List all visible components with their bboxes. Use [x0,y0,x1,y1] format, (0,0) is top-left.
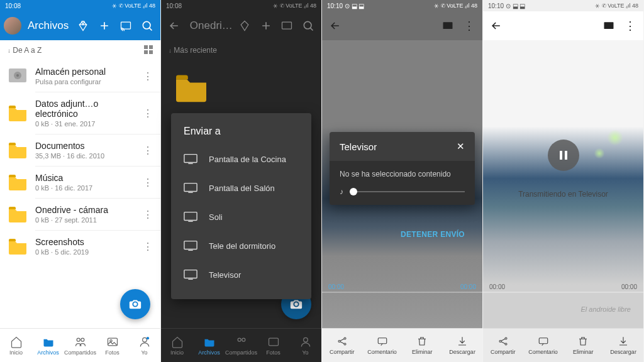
bottom-nav: Inicio Archivos Compartidos Fotos Yo [0,328,160,362]
list-item[interactable]: Música0 kB · 16 dic. 2017 ⋮ [0,167,160,198]
status-time: 10:08 [5,3,21,9]
grid-toggle-icon[interactable] [144,45,153,56]
action-compartir[interactable]: Compartir [483,329,523,362]
cast-message: No se ha seleccionado contenido [340,170,465,178]
close-icon[interactable]: ✕ [457,141,465,152]
more-icon[interactable]: ⋮ [143,107,153,119]
progress-bar[interactable] [322,292,482,293]
cast-device[interactable]: Tele del dormitorio [171,231,311,260]
volume-slider[interactable] [350,191,465,192]
svg-point-34 [499,341,501,343]
nav-fotos[interactable]: Fotos [96,329,128,362]
action-compartir[interactable]: Compartir [322,329,362,362]
music-note-icon: ♪ [340,187,343,196]
status-icons: ⚹ ✆ VoLTE ₄ıl 48 [273,3,316,9]
premium-icon[interactable] [235,16,254,35]
svg-rect-24 [184,241,197,250]
svg-point-8 [16,74,19,77]
status-icons: ⚹ ✆ VoLTE ₄ıl 48 [595,3,638,9]
nav-inicio[interactable]: Inicio [161,329,193,362]
more-icon[interactable]: ⋮ [621,16,640,35]
sort-bar[interactable]: ↓ Más reciente [161,40,321,60]
more-icon[interactable]: ⋮ [143,177,153,189]
nav-archivos[interactable]: Archivos [32,329,64,362]
pause-button[interactable] [548,140,579,171]
list-item[interactable]: Datos adjunt…o electrónico0 kB · 31 ene.… [0,92,160,134]
volume-row: ♪ [340,187,465,196]
status-bar: 10:10 ⊙ ⬓ ⬓ ⚹ ✆ VoLTE ₄ıl 48 [322,0,482,11]
cast-control-card: Televisor ✕ No se ha seleccionado conten… [330,132,475,205]
more-icon[interactable]: ⋮ [460,16,479,35]
file-meta: 0 kB · 16 dic. 2017 [35,184,135,192]
cast-device[interactable]: Pantalla del Salón [171,173,311,202]
sort-bar[interactable]: ↓ De A a Z [0,40,160,60]
status-icons: ⚹ ✆ VoLTE ₄ıl 48 [112,3,155,9]
action-eliminar[interactable]: Eliminar [402,329,443,362]
more-icon[interactable]: ⋮ [143,145,153,156]
action-comentario[interactable]: Comentario [523,329,564,362]
more-icon[interactable]: ⋮ [143,209,153,221]
svg-point-18 [242,338,245,341]
action-eliminar[interactable]: Eliminar [564,329,604,362]
watermark: El androide libre [581,305,631,313]
device-name: Televisor [340,141,377,152]
nav-archivos[interactable]: Archivos [193,329,225,362]
list-item[interactable]: Documentos35,3 MB · 16 dic. 2010 ⋮ [0,134,160,166]
svg-point-28 [344,337,346,339]
progress-bar[interactable] [483,292,643,293]
more-icon[interactable]: ⋮ [143,241,153,253]
cast-icon[interactable] [116,16,135,35]
action-descargar[interactable]: Descargar [603,329,643,362]
firework-decoration [606,128,625,147]
svg-rect-21 [184,155,197,163]
search-icon[interactable] [299,16,318,35]
nav-compartidos[interactable]: Compartidos [225,329,257,362]
add-icon[interactable] [95,16,114,35]
cast-active-icon[interactable] [438,16,457,35]
page-title: Onedri… [190,19,233,32]
firework-decoration [593,147,606,160]
svg-rect-15 [282,22,292,29]
svg-point-29 [344,343,346,345]
nav-fotos[interactable]: Fotos [257,329,289,362]
status-time: 10:10 [327,3,343,9]
premium-icon[interactable] [74,16,92,35]
action-comentario[interactable]: Comentario [362,329,402,362]
camera-fab[interactable] [120,289,150,319]
list-item[interactable]: Screenshots0 kB · 5 dic. 2019 ⋮ [0,231,160,262]
svg-rect-26 [443,22,453,29]
list-item[interactable]: Almacén personalPulsa para configurar ⋮ [0,60,160,92]
back-icon[interactable] [487,16,506,35]
stop-cast-button[interactable]: DETENER ENVÍO [330,220,475,241]
avatar[interactable] [4,17,21,35]
file-meta: 35,3 MB · 16 dic. 2010 [35,152,135,160]
stop-card: DETENER ENVÍO [330,220,475,241]
file-name: Datos adjunt…o electrónico [35,99,135,119]
back-icon[interactable] [165,16,184,35]
nav-yo[interactable]: Yo [289,329,321,362]
app-header: Onedri… [161,11,321,40]
add-icon[interactable] [257,16,275,35]
action-bar: Compartir Comentario Eliminar Descargar [483,328,643,362]
more-icon[interactable]: ⋮ [143,70,153,82]
cast-device[interactable]: Pantalla de la Cocina [171,145,311,173]
nav-compartidos[interactable]: Compartidos [64,329,96,362]
back-icon[interactable] [326,16,345,35]
svg-point-17 [238,338,241,341]
svg-rect-31 [604,22,614,29]
file-meta: 0 kB · 5 dic. 2019 [35,248,135,256]
action-descargar[interactable]: Descargar [442,329,482,362]
cast-device[interactable]: Televisor [171,260,311,289]
nav-inicio[interactable]: Inicio [0,329,32,362]
cast-device[interactable]: Soli [171,202,311,231]
search-icon[interactable] [138,16,157,35]
nav-yo[interactable]: Yo [128,329,160,362]
svg-rect-3 [149,45,153,49]
file-name: Documentos [35,141,135,151]
cast-active-icon[interactable] [599,16,618,35]
cast-icon[interactable] [277,16,296,35]
svg-point-9 [77,338,80,341]
panel-archivos: 10:08 ⚹ ✆ VoLTE ₄ıl 48 Archivos ↓ De A a… [0,0,161,362]
list-item[interactable]: Onedrive - cámara0 kB · 27 sept. 2011 ⋮ [0,199,160,230]
app-header: ⋮ [483,11,643,40]
